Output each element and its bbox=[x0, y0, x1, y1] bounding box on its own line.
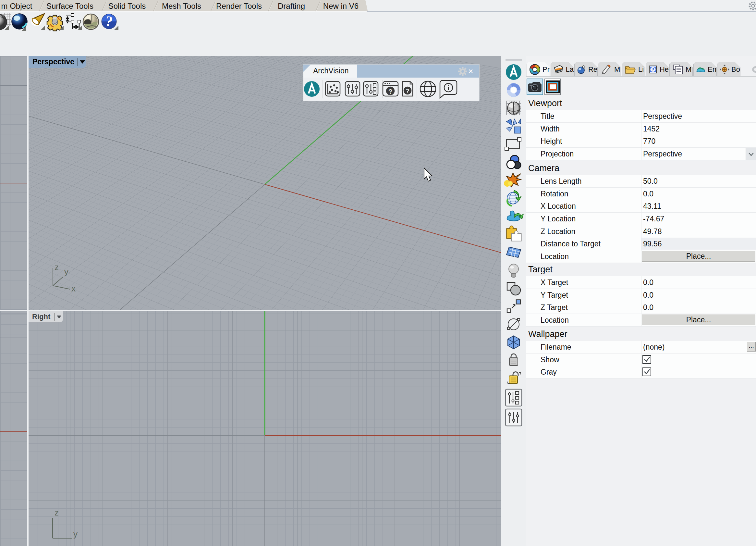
svg-text:?: ? bbox=[406, 88, 409, 94]
svg-text:z: z bbox=[55, 262, 59, 272]
svg-text:x: x bbox=[71, 284, 76, 294]
svg-text:z: z bbox=[55, 508, 59, 517]
svg-text:y: y bbox=[73, 529, 78, 539]
svg-text:y: y bbox=[64, 267, 68, 277]
svg-text:?: ? bbox=[388, 88, 392, 95]
svg-text:?: ? bbox=[652, 67, 654, 72]
